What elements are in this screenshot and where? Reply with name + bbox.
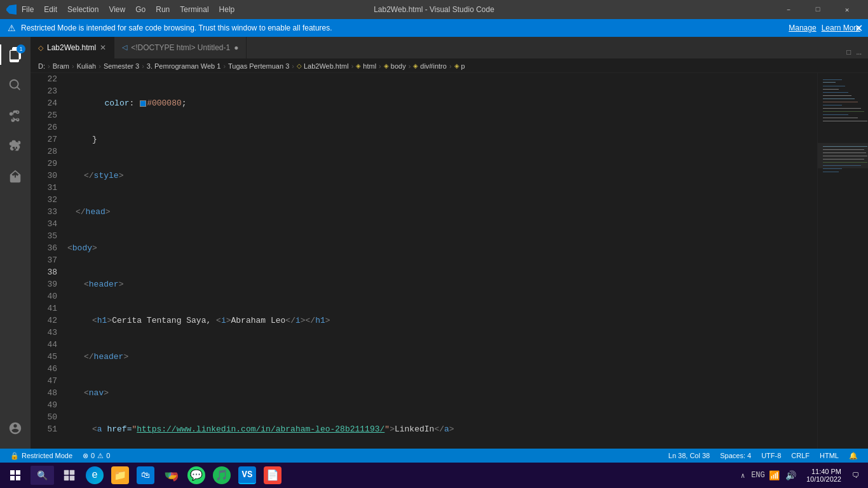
- ln-43: 43: [31, 327, 57, 339]
- tab-label-untitled: <!DOCTYPE html> Untitled-1: [131, 43, 230, 52]
- close-button[interactable]: ✕: [832, 0, 862, 19]
- menu-terminal[interactable]: Terminal: [180, 5, 208, 14]
- code-line-26: <body>: [67, 242, 817, 254]
- banner-close-button[interactable]: ✕: [855, 22, 863, 34]
- ln-31: 31: [31, 182, 57, 194]
- taskview-button[interactable]: [57, 463, 82, 488]
- tab-untitled[interactable]: ◁ <!DOCTYPE html> Untitled-1 ●: [114, 37, 247, 58]
- taskbar-spotify[interactable]: 🎵: [209, 463, 234, 488]
- taskbar-volume[interactable]: 🔊: [783, 463, 799, 488]
- status-left: 🔒 Restricted Mode ⊗ 0 ⚠ 0: [5, 449, 115, 463]
- code-editor[interactable]: 22 23 24 25 26 27 28 29 30 31 32 33 34 3…: [31, 73, 868, 449]
- tab-close-lab2web[interactable]: ✕: [100, 43, 106, 52]
- menu-go[interactable]: Go: [135, 5, 146, 14]
- notifications-status[interactable]: 🔔: [844, 449, 863, 463]
- restore-button[interactable]: □: [803, 0, 832, 19]
- taskbar-acrobat[interactable]: 📄: [260, 463, 285, 488]
- taskbar-whatsapp[interactable]: 💬: [184, 463, 209, 488]
- breadcrumb: D: › Bram › Kuliah › Semester 3 › 3. Pem…: [31, 59, 868, 73]
- tab-bar: ◇ Lab2Web.html ✕ ◁ <!DOCTYPE html> Untit…: [31, 37, 868, 59]
- svg-rect-3: [823, 86, 845, 86]
- status-bar: 🔒 Restricted Mode ⊗ 0 ⚠ 0 Ln 38, Col 38 …: [0, 449, 868, 463]
- error-icon: ⊗: [83, 452, 88, 460]
- svg-rect-9: [823, 105, 842, 105]
- breadcrumb-kuliah[interactable]: Kuliah: [77, 62, 97, 70]
- svg-rect-26: [70, 470, 75, 475]
- taskbar-right: ∧ ENG 📶 🔊 11:40 PM 10/10/2022 🗨: [734, 463, 865, 488]
- menu-selection[interactable]: Selection: [67, 5, 98, 14]
- language-status[interactable]: HTML: [815, 449, 844, 463]
- svg-rect-0: [819, 73, 867, 449]
- code-line-30: <nav>: [67, 387, 817, 399]
- breadcrumb-drive[interactable]: D:: [38, 62, 45, 70]
- breadcrumb-bram[interactable]: Bram: [53, 62, 69, 70]
- cursor-position[interactable]: Ln 38, Col 38: [663, 449, 715, 463]
- encoding-status[interactable]: UTF-8: [756, 449, 786, 463]
- taskbar-sys-icons: ∧ ENG 📶 🔊: [734, 463, 801, 488]
- notification-button[interactable]: 🗨: [846, 463, 865, 488]
- ln-40: 40: [31, 290, 57, 302]
- taskbar-clock[interactable]: 11:40 PM 10/10/2022: [801, 468, 846, 483]
- taskbar-network[interactable]: 📶: [767, 463, 782, 488]
- activity-explorer[interactable]: 1: [0, 39, 31, 70]
- breadcrumb-semester[interactable]: Semester 3: [104, 62, 139, 70]
- activity-source-control[interactable]: [0, 100, 31, 131]
- manage-link[interactable]: Manage: [789, 24, 816, 32]
- svg-rect-7: [823, 98, 855, 99]
- activity-account[interactable]: [0, 413, 31, 444]
- svg-rect-11: [823, 111, 864, 112]
- svg-rect-17: [823, 149, 864, 150]
- ln-51: 51: [31, 423, 57, 435]
- menu-file[interactable]: File: [22, 5, 34, 14]
- minimize-button[interactable]: –: [774, 0, 803, 19]
- breadcrumb-html[interactable]: ◈ html: [356, 62, 376, 70]
- code-line-22: color: #000080;: [67, 97, 817, 109]
- menu-run[interactable]: Run: [156, 5, 170, 14]
- breadcrumb-p[interactable]: ◈ p: [454, 62, 465, 70]
- tab-label-lab2web: Lab2Web.html: [47, 43, 96, 52]
- time-display: 11:40 PM: [811, 468, 841, 475]
- more-actions-button[interactable]: …: [855, 46, 863, 58]
- tab-lab2web[interactable]: ◇ Lab2Web.html ✕: [31, 37, 114, 58]
- svg-rect-16: [823, 146, 867, 147]
- line-ending-status[interactable]: CRLF: [786, 449, 815, 463]
- svg-rect-6: [823, 95, 851, 96]
- taskbar-chrome[interactable]: [158, 463, 184, 488]
- taskbar-chevron[interactable]: ∧: [736, 463, 749, 488]
- taskbar-vscode[interactable]: VS: [234, 463, 260, 488]
- taskbar: 🔍 e 📁 🛍: [0, 463, 868, 488]
- svg-rect-2: [823, 82, 836, 83]
- taskbar-edge[interactable]: e: [82, 463, 107, 488]
- spaces-status[interactable]: Spaces: 4: [715, 449, 756, 463]
- split-editor-button[interactable]: ☐: [844, 45, 852, 58]
- activity-search[interactable]: [0, 70, 31, 100]
- taskbar-explorer[interactable]: 📁: [107, 463, 133, 488]
- breadcrumb-body[interactable]: ◈ body: [384, 62, 406, 70]
- svg-rect-22: [823, 165, 861, 166]
- restricted-mode-status[interactable]: 🔒 Restricted Mode: [5, 449, 78, 463]
- menu-view[interactable]: View: [109, 5, 125, 14]
- taskbar-search[interactable]: 🔍: [31, 466, 54, 485]
- breadcrumb-div[interactable]: ◈ div#intro: [413, 62, 447, 70]
- taskbar-keyboard[interactable]: ENG: [750, 463, 766, 488]
- encoding-label: UTF-8: [761, 452, 781, 459]
- code-content[interactable]: color: #000080; } </style> </head> <body…: [62, 73, 817, 449]
- taskbar-store[interactable]: 🛍: [133, 463, 158, 488]
- breadcrumb-tugas[interactable]: Tugas Pertemuan 3: [228, 62, 289, 70]
- ln-34: 34: [31, 218, 57, 230]
- svg-rect-8: [823, 102, 858, 102]
- language-label: HTML: [820, 452, 839, 459]
- menu-edit[interactable]: Edit: [44, 5, 57, 14]
- code-line-25: </head>: [67, 206, 817, 218]
- breadcrumb-pemrog[interactable]: 3. Pemrograman Web 1: [147, 62, 221, 70]
- breadcrumb-file[interactable]: ◇ Lab2Web.html: [297, 62, 349, 70]
- errors-status[interactable]: ⊗ 0 ⚠ 0: [78, 449, 115, 463]
- start-button[interactable]: [3, 463, 28, 488]
- activity-extensions[interactable]: [0, 161, 31, 192]
- activity-run-debug[interactable]: [0, 131, 31, 161]
- svg-rect-5: [823, 92, 848, 93]
- code-line-28: <h1>Cerita Tentang Saya, <i>Abraham Leo<…: [67, 315, 817, 327]
- activity-bar: 1: [0, 37, 31, 449]
- code-line-23: }: [67, 133, 817, 146]
- menu-help[interactable]: Help: [219, 5, 235, 14]
